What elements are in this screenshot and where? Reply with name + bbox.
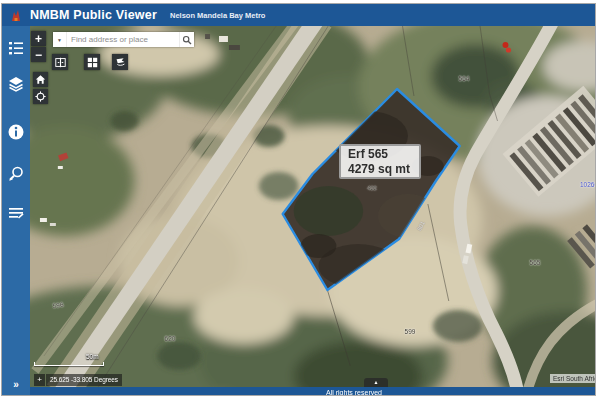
info-button[interactable] xyxy=(7,123,25,141)
info-icon xyxy=(7,123,25,141)
app-window: NMBM Public Viewer Nelson Mandela Bay Me… xyxy=(1,3,596,396)
map-label-565: 565 xyxy=(530,259,541,266)
layer-list-button[interactable] xyxy=(7,204,25,222)
legend-button[interactable] xyxy=(7,39,25,57)
home-icon xyxy=(35,74,46,85)
zoom-out-button[interactable]: − xyxy=(31,47,46,62)
search-dropdown-button[interactable]: ▼ xyxy=(53,32,67,47)
layers-icon xyxy=(7,75,25,93)
app-title: NMBM Public Viewer xyxy=(30,8,157,22)
sidebar-expand-button[interactable]: » xyxy=(7,376,25,394)
caret-up-icon: ▲ xyxy=(374,379,379,385)
esri-attribution: Esri South Afric xyxy=(550,374,595,383)
map-label-422: 422 xyxy=(367,185,376,191)
layers-button[interactable] xyxy=(7,75,25,93)
search-button[interactable] xyxy=(179,32,194,47)
flag-icon xyxy=(115,57,126,68)
grid-icon xyxy=(87,57,98,68)
coordinates-crosshair-button[interactable]: + xyxy=(34,374,45,386)
attribution-expander[interactable]: ▲ xyxy=(364,378,388,387)
home-button[interactable] xyxy=(33,72,48,87)
copyright-text: All rights reserved xyxy=(326,389,382,396)
map-label-596: 596 xyxy=(52,301,64,309)
nmbm-logo xyxy=(11,9,21,22)
locate-icon xyxy=(35,91,46,102)
draw-tool-button[interactable] xyxy=(112,54,128,70)
map-label-564: 564 xyxy=(459,75,470,82)
basemap-gallery-button[interactable] xyxy=(84,54,100,70)
swipe-icon xyxy=(55,57,66,68)
search-input[interactable] xyxy=(67,32,179,47)
search-icon xyxy=(182,35,192,45)
coordinates-widget: + 25.625 -33.805 Degrees xyxy=(34,374,122,386)
app-header: NMBM Public Viewer Nelson Mandela Bay Me… xyxy=(2,4,595,26)
map-label-10260: 10260 xyxy=(580,181,595,188)
tooltip-erf-area: 4279 sq mt xyxy=(348,162,412,177)
map-label-620: 620 xyxy=(165,335,176,342)
aerial-imagery xyxy=(30,26,595,387)
chevron-down-icon: ▼ xyxy=(57,37,62,43)
scale-label: 50m xyxy=(86,353,99,360)
search-widget: ▼ xyxy=(53,32,194,47)
tooltip-erf-number: Erf 565 xyxy=(348,147,412,162)
zoom-in-button[interactable]: + xyxy=(31,31,46,46)
identify-button[interactable] xyxy=(7,165,25,183)
swipe-tool-button[interactable] xyxy=(52,54,68,70)
layer-list-icon xyxy=(7,204,25,222)
identify-search-icon xyxy=(7,165,25,183)
locate-button[interactable] xyxy=(33,89,48,104)
map-canvas[interactable]: 56410260565601422599620596 Erf 565 4279 … xyxy=(30,26,595,387)
coordinates-readout: 25.625 -33.805 Degrees xyxy=(46,374,122,386)
legend-icon xyxy=(7,39,25,57)
scale-bar: 50m xyxy=(34,362,104,366)
sidebar: » xyxy=(2,26,30,396)
map-label-599: 599 xyxy=(405,328,416,335)
parcel-tooltip: Erf 565 4279 sq mt xyxy=(339,144,421,179)
app-subtitle: Nelson Mandela Bay Metro xyxy=(170,10,265,20)
copyright-bar: All rights reserved xyxy=(30,387,595,396)
scale-line xyxy=(34,362,104,366)
